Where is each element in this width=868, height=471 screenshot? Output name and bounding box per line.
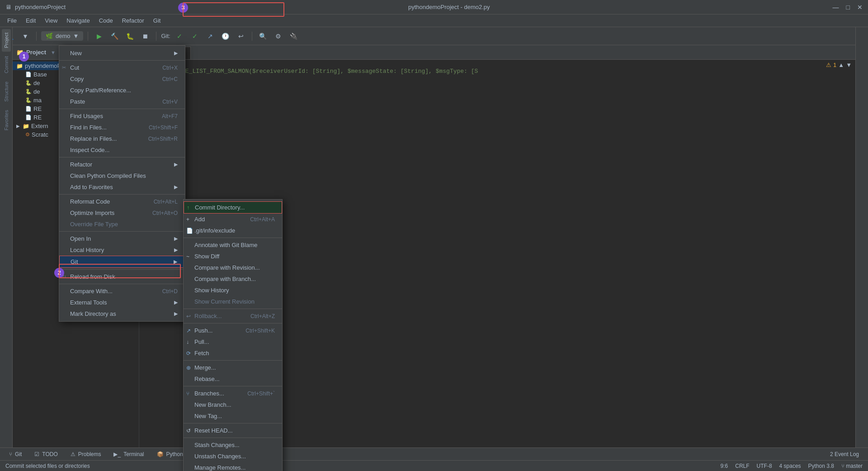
ctx-cut[interactable]: ✂ Cut Ctrl+X [59, 62, 185, 73]
git-push-btn[interactable]: ✓ [189, 30, 201, 43]
ctx-find-files[interactable]: Find in Files... Ctrl+Shift+F [59, 122, 185, 133]
bottom-tab-event-log[interactable]: 2 Event Log [825, 449, 864, 460]
build-btn[interactable]: 🔨 [108, 30, 121, 43]
branch-icon-status: ⑂ [841, 463, 844, 469]
git-branches[interactable]: ⑂ Branches... Ctrl+Shift+` [184, 388, 282, 399]
git-pull[interactable]: ↓ Pull... [184, 336, 282, 347]
ctx-paste[interactable]: Paste Ctrl+V [59, 96, 185, 107]
menu-edit[interactable]: Edit [22, 16, 39, 25]
project-title: Project [26, 49, 46, 56]
stop-btn[interactable]: ⏹ [139, 30, 151, 43]
vert-tab-commit[interactable]: Commit [2, 52, 11, 77]
menu-view[interactable]: View [41, 16, 61, 25]
git-gitinfo[interactable]: 📄 .git/info/exclude [184, 225, 282, 236]
separator [59, 60, 185, 61]
ctx-add-favorites[interactable]: Add to Favorites ▶ [59, 181, 185, 193]
ctx-reload[interactable]: ↻ Reload from Disk [59, 271, 185, 282]
charset[interactable]: UTF-8 [757, 463, 772, 469]
title-bar: 🖥 pythondemoProject pythondemoProject - … [0, 0, 868, 14]
git-add[interactable]: + Add Ctrl+Alt+A [184, 214, 282, 225]
find-usages-shortcut: Alt+F7 [162, 113, 178, 119]
debug-btn[interactable]: 🐛 [123, 30, 136, 43]
ctx-git[interactable]: Git ▶ [59, 256, 185, 268]
ctx-copy[interactable]: Copy Ctrl+C [59, 73, 185, 85]
plugins-btn[interactable]: 🔌 [288, 30, 300, 43]
ctx-external-tools[interactable]: External Tools ▶ [59, 297, 185, 308]
git-manage-remotes[interactable]: Manage Remotes... [184, 462, 282, 471]
menu-navigate[interactable]: Navigate [63, 16, 93, 25]
git-push[interactable]: ↗ Push... Ctrl+Shift+K [184, 325, 282, 336]
ctx-compare-with[interactable]: Compare With... Ctrl+D [59, 285, 185, 297]
menu-git[interactable]: Git [150, 16, 165, 25]
separator4 [252, 32, 252, 41]
scroll-down[interactable]: ▼ [846, 62, 852, 68]
git-rollback-btn[interactable]: ↩ [235, 30, 247, 43]
git-new-branch[interactable]: New Branch... [184, 399, 282, 410]
vert-tab-favorites[interactable]: Favorites [2, 106, 11, 134]
ctx-copy-path[interactable]: Copy Path/Reference... [59, 85, 185, 96]
ctx-replace-files[interactable]: Replace in Files... Ctrl+Shift+R [59, 133, 185, 144]
scroll-up[interactable]: ▲ [838, 62, 844, 68]
code-line-2: ": [ [146, 80, 848, 90]
git-compare-rev[interactable]: Compare with Revision... [184, 262, 282, 273]
ctx-reformat[interactable]: Reformat Code Ctrl+Alt+L [59, 196, 185, 207]
root-folder-icon: 📁 [16, 63, 23, 69]
ctx-clean-python[interactable]: Clean Python Compiled Files [59, 170, 185, 181]
git-rebase[interactable]: Rebase... [184, 373, 282, 385]
git-annotate[interactable]: Annotate with Git Blame [184, 239, 282, 251]
indent[interactable]: 4 spaces [779, 463, 801, 469]
branch-name: demo [56, 33, 71, 39]
cursor-position[interactable]: 9:6 [721, 463, 728, 469]
code-line-3: [ [146, 108, 848, 117]
ctx-optimize[interactable]: Optimize Imports Ctrl+Alt+O [59, 207, 185, 219]
close-button[interactable]: ✕ [857, 4, 863, 11]
git-show-diff[interactable]: ~ Show Diff [184, 251, 282, 262]
ctx-mark-dir[interactable]: Mark Directory as ▶ [59, 308, 185, 319]
ctx-copy-label: Copy [70, 76, 84, 82]
maximize-button[interactable]: □ [846, 4, 850, 11]
git-unstash[interactable]: Unstash Changes... [184, 451, 282, 462]
ctx-new[interactable]: New ▶ [59, 48, 185, 59]
vert-tab-structure[interactable]: Structure [2, 78, 11, 105]
git-merge[interactable]: ⊕ Merge... [184, 362, 282, 373]
menu-code[interactable]: Code [95, 16, 117, 25]
dropdown-arrow[interactable]: ▼ [51, 50, 56, 55]
ctx-find-usages[interactable]: Find Usages Alt+F7 [59, 110, 185, 122]
toolbar: 👤 ▼ 🌿 demo ▼ ▶ 🔨 🐛 ⏹ Git: ✓ ✓ ↗ 🕐 ↩ 🔍 ⚙ … [0, 27, 868, 45]
dropdown-btn[interactable]: ▼ [19, 30, 32, 43]
bottom-tab-git[interactable]: ⑂ Git [4, 449, 27, 460]
git-stash[interactable]: Stash Changes... [184, 439, 282, 451]
window-controls[interactable]: — □ ✕ [833, 4, 863, 11]
settings-btn[interactable]: ⚙ [272, 30, 285, 43]
git-reset-head[interactable]: ↺ Reset HEAD... [184, 425, 282, 436]
branch-selector[interactable]: 🌿 demo ▼ [41, 31, 83, 41]
ctx-inspect-code[interactable]: Inspect Code... [59, 144, 185, 156]
ctx-refactor[interactable]: Refactor ▶ [59, 159, 185, 170]
menu-file[interactable]: File [4, 16, 20, 25]
menu-refactor[interactable]: Refactor [118, 16, 148, 25]
git-show-history[interactable]: Show History [184, 285, 282, 296]
git-history-btn[interactable]: 🕐 [219, 30, 232, 43]
bottom-tab-todo[interactable]: ☑ TODO [29, 449, 63, 460]
git-commit-btn[interactable]: ✓ [173, 30, 186, 43]
git-fetch-btn[interactable]: ↗ [204, 30, 217, 43]
vcs-branch[interactable]: ⑂ master [841, 463, 863, 469]
code-text-1: UERY_MESSAGE_LIST_FROM_SALMON($receiverU… [146, 67, 478, 76]
minimize-button[interactable]: — [833, 4, 839, 11]
ctx-local-history[interactable]: Local History ▶ [59, 244, 185, 256]
search-btn[interactable]: 🔍 [257, 30, 269, 43]
bottom-tab-terminal[interactable]: ▶_ Terminal [108, 449, 149, 460]
bottom-tab-problems[interactable]: ⚠ Problems [65, 449, 107, 460]
git-fetch[interactable]: ⟳ Fetch [184, 347, 282, 359]
separator [184, 238, 282, 238]
vert-tab-project[interactable]: Project [2, 29, 11, 52]
separator2 [184, 309, 282, 309]
git-commit-dir[interactable]: ↑ Commit Directory... [184, 201, 282, 214]
replace-files-shortcut: Ctrl+Shift+R [148, 136, 178, 142]
ctx-open-in[interactable]: Open In ▶ [59, 233, 185, 244]
line-separator[interactable]: CRLF [735, 463, 749, 469]
git-new-tag[interactable]: New Tag... [184, 410, 282, 422]
git-compare-branch[interactable]: Compare with Branch... [184, 273, 282, 285]
language[interactable]: Python 3.8 [808, 463, 834, 469]
run-btn[interactable]: ▶ [93, 30, 105, 43]
